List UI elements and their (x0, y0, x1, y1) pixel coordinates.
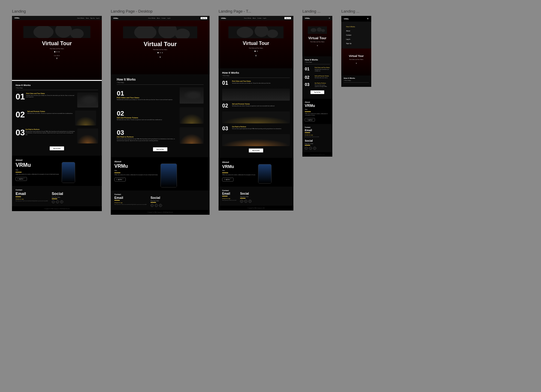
f3-social-line (240, 198, 246, 199)
f3-twitter-icon[interactable]: t (240, 200, 243, 203)
nav-link-howitworks[interactable]: How It Works (77, 17, 84, 19)
f4-step3: 03 Get Paid to Perform Give your fans a … (305, 82, 330, 88)
f4-social-label: Social (305, 139, 330, 142)
f2-email-col: Email info@vrmu.app Have Questions? Send… (114, 196, 147, 207)
frame1-how: How It Works • Three Steps 01 Pick Citie… (12, 81, 102, 156)
frame1-signup-btn[interactable]: Sign Up Now (50, 146, 64, 150)
f2-step2-title: Sell and Promote Tickets (117, 117, 177, 119)
frame1-logo: VRMu (14, 17, 19, 19)
frame4-hamburger-icon[interactable]: ≡ (329, 17, 330, 19)
f3-nav-cta[interactable]: Sign Up (284, 17, 291, 19)
f3-email-value[interactable]: info@vrmu.app (222, 198, 237, 199)
frame1-appstore-btn[interactable]:  Download on the App Store (16, 177, 27, 181)
frame1-hero-dots (15, 51, 99, 52)
f4-social-sub: Stay Up to Date (305, 143, 330, 144)
frame1-step1-desc: Schedule when and where you virtually to… (26, 95, 75, 98)
f2-nav-login[interactable]: Log In (167, 17, 170, 19)
frame1-chevron[interactable]: ∨ (15, 57, 99, 60)
f3-step2-content: Sell and Promote Tickets Sell tickets li… (232, 103, 275, 107)
f4-step1-num: 01 (305, 67, 312, 71)
f5-menu-item-how[interactable]: How It Works (344, 25, 368, 29)
f3-instagram-icon[interactable]: i (244, 200, 247, 203)
f4-step1-content: Pick Cities and Tour Dates Schedule when… (315, 67, 330, 72)
frame1-social-label: Social (52, 191, 63, 196)
frame5-nav: VRMu ✕ (341, 16, 371, 22)
frame2-hero-title: Virtual Tour (114, 41, 207, 48)
frame5-close-icon[interactable]: ✕ (367, 17, 369, 20)
nav-link-signup[interactable]: Sign Up (90, 17, 95, 19)
f2-appstore-btn[interactable]:  Download on the App Store (114, 178, 126, 181)
frame3-group: Landing Page - T... VRMu How It Works Ab… (219, 9, 293, 211)
f2-nav-how[interactable]: How It Works (148, 17, 155, 19)
f3-signup-btn[interactable]: Sign Up Now (249, 149, 263, 152)
f4-instagram-icon[interactable]: i (309, 147, 312, 150)
f5-menu-item-login[interactable]: Log In (344, 37, 368, 41)
f2-email-value[interactable]: info@vrmu.app (114, 202, 147, 203)
frame1-step3-title: Get Paid to Perform (25, 128, 75, 130)
f4-step3-content: Get Paid to Perform Give your fans a gre… (315, 82, 330, 88)
frame1-hero-sub: Pick Cities and Tour Dates (15, 48, 99, 49)
frame1-step2-title: Sell and Promote Tickets (27, 111, 73, 112)
f2-contact-section-title: Contact (114, 193, 206, 195)
frame1-nav: VRMu How It Works News Sign Up Log In (12, 16, 102, 20)
f2-step3-desc: Give your fans a great experience throug… (117, 138, 177, 142)
f5-menu-item-contact[interactable]: Contact (344, 33, 368, 37)
instagram-icon[interactable]: i (56, 200, 59, 203)
f3-appstore-btn[interactable]:  Download on the App Store (222, 178, 234, 181)
frame1-step2: 02 Sell and Promote Tickets Sell tickets… (16, 111, 98, 125)
f2-instagram-icon[interactable]: i (155, 204, 158, 207)
frame1-step3-num: 03 (16, 128, 23, 137)
f3-email-line (222, 196, 228, 196)
f2-twitter-icon[interactable]: t (151, 204, 154, 207)
f2-nav-contact[interactable]: Contact (162, 17, 166, 19)
twitter-icon[interactable]: t (52, 200, 55, 203)
frame4-hero: Virtual Tour Pick Cities and Tour Dates … (302, 20, 332, 56)
apple-icon:  (18, 178, 18, 180)
nav-link-login[interactable]: Log In (96, 17, 99, 19)
f4-about-desc: VRMu democratizes the creation, collabor… (305, 113, 330, 116)
frame1-email-value[interactable]: info@vrmu.app (16, 198, 48, 200)
f3-step3-num: 03 (222, 126, 230, 131)
f3-facebook-icon[interactable]: f (248, 200, 251, 203)
f2-nav-cta[interactable]: Sign Up (201, 17, 207, 19)
frame3-hero-title: Virtual Tour (222, 41, 290, 46)
frame1-phone-img (62, 162, 75, 183)
frame2-chevron[interactable]: ∨ (114, 56, 207, 58)
f2-dot3 (162, 52, 163, 53)
frame5-chevron[interactable]: ∨ (344, 62, 368, 64)
frame1-yellow-line (16, 172, 22, 172)
f4-signup-btn[interactable]: Sign Up Now (310, 90, 324, 94)
f5-menu-item-about[interactable]: About (344, 29, 368, 33)
frame1-step1-num: 01 (16, 93, 24, 101)
f3-step2-desc: Sell tickets like never before. Promote … (232, 105, 275, 107)
f2-signup-btn[interactable]: Sign Up Now (153, 147, 168, 151)
f2-nav-about[interactable]: About (157, 17, 160, 19)
f3-nav-login[interactable]: Log In (263, 17, 266, 19)
frame4-how: How It Works • Three Steps 01 Pick Citie… (302, 56, 332, 99)
f3-nav-how[interactable]: How It Works (244, 17, 251, 19)
frame1-social-line (52, 199, 57, 199)
frame2-about: About VRMu App VRMu democratizes the cre… (111, 157, 210, 190)
f2-yellow-line (114, 172, 120, 173)
frame5-group: Landing ... VRMu ✕ How It Works About Co… (341, 9, 371, 87)
f5-menu-item-signup[interactable]: Sign Up (344, 41, 368, 46)
f2-step3-num: 03 (117, 129, 177, 136)
nav-link-news[interactable]: News (86, 17, 89, 19)
f4-step3-desc: Give your fans a great experience throug… (315, 84, 330, 88)
appstore-name: App Store (19, 179, 25, 180)
f4-twitter-icon[interactable]: t (305, 147, 308, 150)
frame4-chevron[interactable]: ∨ (305, 44, 329, 46)
hero-dot-2 (56, 51, 57, 52)
frame1-learn-more[interactable]: Learn More (15, 55, 99, 56)
frame2-how-subtitle: • Three Steps (117, 82, 204, 85)
f4-step2-desc: Sell tickets like never before. (315, 77, 329, 79)
frame1-social-col: Social Stay Up to Date t i f (52, 191, 63, 203)
frame3-chevron[interactable]: ∨ (222, 54, 290, 57)
f4-appstore-btn[interactable]:  Download on the App Store (305, 118, 315, 122)
f4-email-value[interactable]: info@vrmu.app (305, 134, 330, 136)
f3-nav-contact[interactable]: Contact (257, 17, 262, 19)
f2-facebook-icon[interactable]: f (159, 204, 162, 207)
f3-nav-about[interactable]: About (253, 17, 256, 19)
facebook-icon[interactable]: f (60, 200, 63, 203)
f4-facebook-icon[interactable]: f (313, 147, 316, 150)
